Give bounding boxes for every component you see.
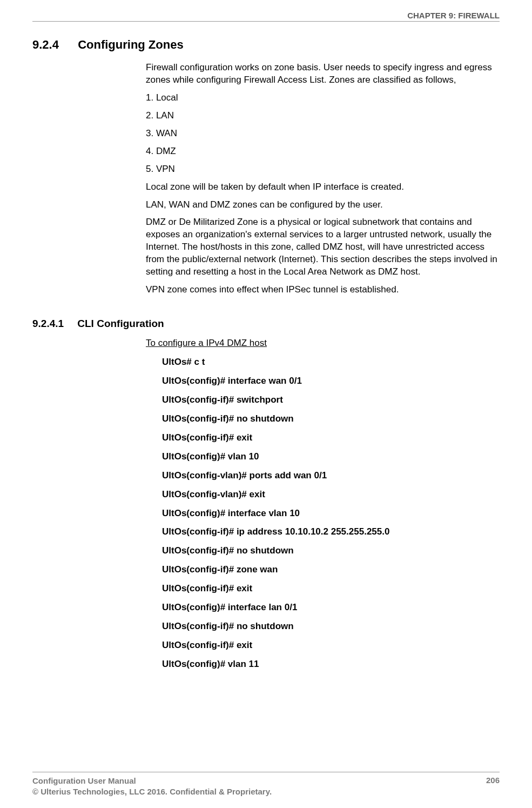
vpn-paragraph: VPN zone comes into effect when IPSec tu… — [146, 284, 500, 296]
cli-line: UltOs# c t — [162, 356, 500, 369]
section-title: Configuring Zones — [78, 38, 184, 51]
body-block: Firewall configuration works on zone bas… — [146, 62, 500, 296]
zone-item: 3. WAN — [146, 128, 500, 140]
subsection-heading: 9.2.4.1 CLI Configuration — [32, 318, 500, 330]
cli-line: UltOs(config-vlan)# ports add wan 0/1 — [162, 470, 500, 482]
footer-page-number: 206 — [486, 776, 500, 798]
cli-line: UltOs(config-if)# exit — [162, 583, 500, 595]
footer: Configuration User Manual © Ulterius Tec… — [32, 772, 500, 798]
cli-line: UltOs(config-vlan)# exit — [162, 489, 500, 501]
cli-line: UltOs(config-if)# switchport — [162, 394, 500, 406]
cli-config-title: To configure a IPv4 DMZ host — [146, 337, 500, 350]
footer-copyright: © Ulterius Technologies, LLC 2016. Confi… — [32, 786, 272, 797]
section-number: 9.2.4 — [32, 38, 75, 52]
chapter-header: CHAPTER 9: FIREWALL — [32, 11, 500, 20]
footer-manual-title: Configuration User Manual — [32, 776, 272, 786]
cli-line: UltOs(config-if)# no shutdown — [162, 620, 500, 633]
cli-list: UltOs# c t UltOs(config)# interface wan … — [162, 356, 500, 671]
cli-line: UltOs(config-if)# exit — [162, 432, 500, 444]
cli-line: UltOs(config)# interface wan 0/1 — [162, 375, 500, 388]
footer-row: Configuration User Manual © Ulterius Tec… — [32, 776, 500, 798]
cli-line: UltOs(config)# interface lan 0/1 — [162, 602, 500, 614]
zone-item: 1. Local — [146, 92, 500, 104]
cli-line: UltOs(config-if)# no shutdown — [162, 413, 500, 425]
intro-paragraph: Firewall configuration works on zone bas… — [146, 62, 500, 86]
cli-line: UltOs(config-if)# no shutdown — [162, 545, 500, 557]
cli-line: UltOs(config-if)# ip address 10.10.10.2 … — [162, 526, 500, 538]
page: CHAPTER 9: FIREWALL 9.2.4 Configuring Zo… — [0, 0, 532, 808]
section-heading: 9.2.4 Configuring Zones — [32, 38, 500, 52]
zone-item: 4. DMZ — [146, 145, 500, 158]
cli-line: UltOs(config)# vlan 11 — [162, 658, 500, 671]
footer-left: Configuration User Manual © Ulterius Tec… — [32, 776, 272, 798]
cli-block: To configure a IPv4 DMZ host UltOs# c t … — [146, 337, 500, 671]
header-rule — [32, 21, 500, 22]
dmz-paragraph: DMZ or De Militarized Zone is a physical… — [146, 216, 500, 278]
subsection-number: 9.2.4.1 — [32, 318, 75, 330]
cli-line: UltOs(config-if)# exit — [162, 639, 500, 652]
cli-line: UltOs(config)# interface vlan 10 — [162, 507, 500, 520]
cli-line: UltOs(config-if)# zone wan — [162, 564, 500, 576]
local-paragraph: Local zone will be taken by default when… — [146, 181, 500, 193]
zone-item: 5. VPN — [146, 163, 500, 176]
lan-paragraph: LAN, WAN and DMZ zones can be configured… — [146, 199, 500, 211]
subsection-title: CLI Configuration — [77, 318, 164, 329]
footer-rule — [32, 772, 500, 772]
zone-item: 2. LAN — [146, 110, 500, 122]
cli-line: UltOs(config)# vlan 10 — [162, 451, 500, 463]
